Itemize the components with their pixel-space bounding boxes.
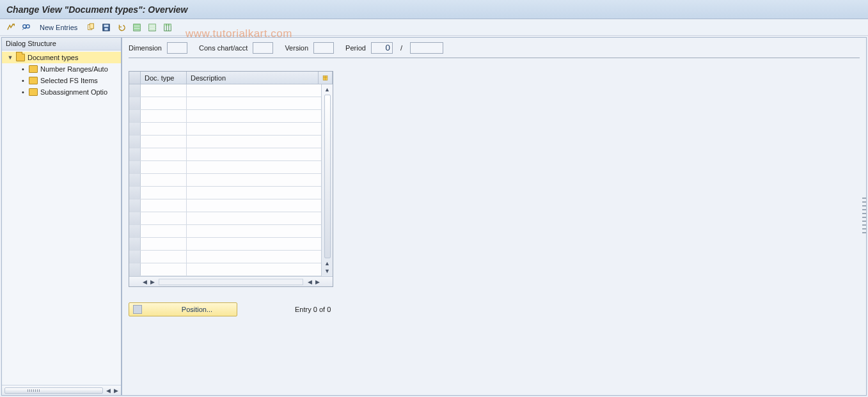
row-selector[interactable] <box>129 225 141 237</box>
table-row[interactable] <box>129 110 321 123</box>
table-row[interactable] <box>129 97 321 110</box>
table-row[interactable] <box>129 84 321 97</box>
deselect-all-icon[interactable] <box>146 22 158 33</box>
scroll-left-end-icon[interactable]: ◀ <box>306 278 313 286</box>
tree-item-subassignment[interactable]: • Subassignment Optio <box>2 86 121 98</box>
scroll-left-icon[interactable]: ◀ <box>141 278 148 286</box>
cell-doc-type[interactable] <box>141 174 187 186</box>
cell-description[interactable] <box>187 174 321 186</box>
column-doc-type[interactable]: Doc. type <box>141 72 187 84</box>
select-all-icon[interactable] <box>131 22 143 33</box>
scroll-right-icon[interactable]: ▶ <box>148 278 156 286</box>
table-row[interactable] <box>129 123 321 136</box>
cell-description[interactable] <box>187 110 321 122</box>
cell-description[interactable] <box>187 97 321 109</box>
table-row[interactable] <box>129 148 321 161</box>
row-selector[interactable] <box>129 212 141 224</box>
table-row[interactable] <box>129 225 321 238</box>
row-selector[interactable] <box>129 123 141 135</box>
cell-doc-type[interactable] <box>141 251 187 263</box>
version-input[interactable] <box>313 42 334 54</box>
row-selector[interactable] <box>129 148 141 160</box>
new-entries-button[interactable]: New Entries <box>36 22 81 33</box>
cell-doc-type[interactable] <box>141 148 187 160</box>
scroll-thumb[interactable] <box>324 95 331 258</box>
tree-item-number-ranges[interactable]: • Number Ranges/Auto <box>2 63 121 75</box>
scroll-right-icon[interactable]: ▶ <box>112 387 120 394</box>
cell-description[interactable] <box>187 84 321 97</box>
scroll-up-small-icon[interactable]: ▲ <box>324 260 331 267</box>
table-row[interactable] <box>129 199 321 212</box>
position-button[interactable]: Position... <box>129 302 237 316</box>
cell-description[interactable] <box>187 161 321 173</box>
scroll-thumb[interactable] <box>4 387 103 394</box>
cell-description[interactable] <box>187 199 321 212</box>
row-selector[interactable] <box>129 251 141 263</box>
tree-item-document-types[interactable]: ▼ Document types <box>2 52 121 63</box>
table-row[interactable] <box>129 251 321 263</box>
cell-doc-type[interactable] <box>141 199 187 212</box>
cell-doc-type[interactable] <box>141 110 187 122</box>
cell-doc-type[interactable] <box>141 97 187 109</box>
table-config-button[interactable] <box>319 72 333 84</box>
scroll-track[interactable] <box>159 279 303 285</box>
table-row[interactable] <box>129 187 321 199</box>
column-description[interactable]: Description <box>187 72 319 84</box>
copy-icon[interactable] <box>85 22 97 33</box>
table-row[interactable] <box>129 212 321 225</box>
row-selector[interactable] <box>129 97 141 109</box>
row-selector[interactable] <box>129 161 141 173</box>
table-row[interactable] <box>129 263 321 276</box>
table-horizontal-scrollbar[interactable]: ◀ ▶ ◀ ▶ <box>129 276 333 286</box>
row-selector[interactable] <box>129 136 141 148</box>
cell-description[interactable] <box>187 212 321 224</box>
period-input-a[interactable] <box>371 42 393 54</box>
row-selector[interactable] <box>129 199 141 212</box>
scroll-down-icon[interactable]: ▼ <box>324 267 331 275</box>
vertical-splitter[interactable] <box>862 198 866 236</box>
cell-doc-type[interactable] <box>141 263 187 276</box>
cell-description[interactable] <box>187 187 321 199</box>
cell-description[interactable] <box>187 123 321 135</box>
tree-horizontal-scrollbar[interactable]: ◀ ▶ <box>2 385 121 395</box>
cell-description[interactable] <box>187 136 321 148</box>
collapse-icon[interactable]: ▼ <box>7 54 13 61</box>
row-selector[interactable] <box>129 238 141 250</box>
table-vertical-scrollbar[interactable]: ▲ ▲ ▼ <box>321 84 333 276</box>
row-selector[interactable] <box>129 174 141 186</box>
cell-description[interactable] <box>187 148 321 160</box>
cell-doc-type[interactable] <box>141 212 187 224</box>
scroll-left-icon[interactable]: ◀ <box>104 387 112 394</box>
table-row[interactable] <box>129 161 321 174</box>
cell-doc-type[interactable] <box>141 238 187 250</box>
display-icon[interactable] <box>20 22 32 33</box>
dimension-input[interactable] <box>167 42 187 54</box>
scroll-right-end-icon[interactable]: ▶ <box>313 278 321 286</box>
scroll-up-icon[interactable]: ▲ <box>324 86 331 93</box>
table-settings-icon[interactable] <box>162 22 173 33</box>
period-input-b[interactable] <box>410 42 443 54</box>
save-icon[interactable] <box>100 22 112 33</box>
cell-doc-type[interactable] <box>141 187 187 199</box>
cell-description[interactable] <box>187 238 321 250</box>
row-selector[interactable] <box>129 110 141 122</box>
column-selector[interactable] <box>129 72 141 84</box>
cell-description[interactable] <box>187 263 321 276</box>
cell-doc-type[interactable] <box>141 84 187 97</box>
toggle-display-change-icon[interactable] <box>5 22 17 33</box>
tree-item-selected-fs[interactable]: • Selected FS Items <box>2 75 121 86</box>
table-row[interactable] <box>129 136 321 148</box>
undo-icon[interactable] <box>116 22 127 33</box>
cell-doc-type[interactable] <box>141 225 187 237</box>
row-selector[interactable] <box>129 84 141 97</box>
row-selector[interactable] <box>129 187 141 199</box>
cons-chart-input[interactable] <box>253 42 273 54</box>
cell-description[interactable] <box>187 251 321 263</box>
cell-description[interactable] <box>187 225 321 237</box>
cell-doc-type[interactable] <box>141 161 187 173</box>
table-row[interactable] <box>129 174 321 187</box>
cell-doc-type[interactable] <box>141 123 187 135</box>
table-row[interactable] <box>129 238 321 251</box>
cell-doc-type[interactable] <box>141 136 187 148</box>
row-selector[interactable] <box>129 263 141 276</box>
